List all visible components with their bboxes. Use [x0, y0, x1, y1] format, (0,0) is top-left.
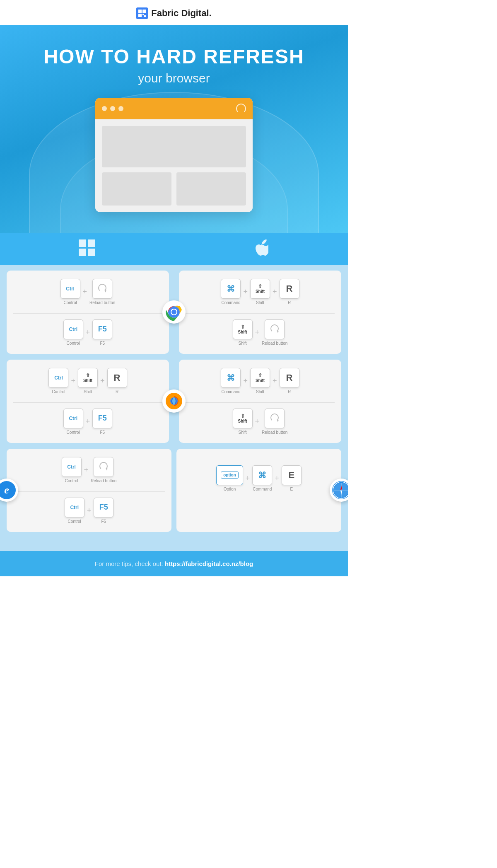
ie-combo1: Ctrl Control + Reload button: [13, 457, 165, 483]
shift-key-ff-btn: ⇧ Shift: [78, 368, 98, 388]
content-area: Ctrl Control + Reload button: [0, 265, 348, 551]
reload-key2: [265, 319, 285, 339]
ie-combo2: Ctrl Control + F5 F5: [13, 498, 165, 524]
ctrl-key-group2: Ctrl Control: [63, 319, 83, 346]
shift-key-ff-mac-btn: ⇧ Shift: [250, 368, 270, 388]
cmd-key-safari-btn: ⌘: [252, 465, 272, 485]
ie-safari-section: e Ctrl Control +: [7, 449, 341, 532]
reload-key-ie: Reload button: [91, 457, 116, 483]
safari-panel: option Option + ⌘ Command + E: [176, 449, 341, 532]
chrome-mac-combo2-keys: ⇧ Shift Shift + Reload button: [186, 319, 335, 346]
cmd-key-group: ⌘ Command: [221, 279, 241, 305]
ff-win-combo2: Ctrl Control + F5 F5: [13, 409, 162, 435]
divider: [13, 491, 165, 492]
chrome-win-combo2-keys: Ctrl Control + F5 F5: [13, 319, 162, 346]
shift-key-ff: ⇧ Shift Shift: [78, 368, 98, 394]
browser-dot-1: [102, 106, 107, 111]
safari-combo-wrapper: option Option + ⌘ Command + E: [183, 465, 335, 491]
ctrl-key-ff2-btn: Ctrl: [63, 409, 83, 428]
reload-key-ie-btn: [94, 457, 113, 477]
f5-key-ie: F5 F5: [94, 498, 113, 524]
svg-rect-1: [142, 10, 146, 13]
browser-content-box-2: [176, 172, 246, 206]
firefox-section: Ctrl Control + ⇧ Shift Shift +: [7, 360, 341, 443]
r-key-ff-mac-btn: R: [280, 368, 299, 388]
r-key-ff-btn: R: [107, 368, 127, 388]
shift-key-ff-mac2-btn: ⇧ Shift: [233, 409, 253, 428]
ie-logo: e: [0, 479, 18, 502]
divider: [186, 313, 335, 314]
reload-key-ff-mac-btn: [265, 409, 285, 428]
hero-section: HOW TO HARD REFRESH your browser: [0, 25, 348, 233]
browser-dot-2: [110, 106, 115, 111]
svg-rect-6: [88, 239, 95, 247]
r-key-ff-mac: R R: [280, 368, 299, 394]
browser-content-top: [102, 126, 246, 167]
ctrl-key-ff2: Ctrl Control: [63, 409, 83, 435]
ff-mac-combo2-keys: ⇧ Shift Shift + Reload button: [186, 409, 335, 435]
f5-key-ie-btn: F5: [94, 498, 113, 517]
svg-rect-8: [88, 249, 95, 256]
shift-key-ff-mac2: ⇧ Shift Shift: [233, 409, 253, 435]
ie-combo1-keys: Ctrl Control + Reload button: [13, 457, 165, 483]
chrome-mac-combo2: ⇧ Shift Shift + Reload button: [186, 319, 335, 346]
r-key-ff: R R: [107, 368, 127, 394]
svg-rect-4: [144, 15, 146, 17]
f5-key-ff-btn: F5: [92, 409, 112, 428]
e-key-safari: E E: [282, 465, 302, 491]
reload-key-group: Reload button: [89, 279, 115, 305]
browser-toolbar: [95, 98, 253, 119]
chrome-win-combo1: Ctrl Control + Reload button: [13, 279, 162, 305]
chrome-win-combo2: Ctrl Control + F5 F5: [13, 319, 162, 346]
svg-rect-0: [138, 10, 142, 13]
firefox-logo: [162, 389, 186, 413]
browser-dot-3: [118, 106, 123, 111]
ctrl-key-ie-btn: Ctrl: [62, 457, 82, 477]
shift-key: ⇧ Shift: [250, 279, 270, 299]
chrome-win-combo1-keys: Ctrl Control + Reload button: [13, 279, 162, 305]
ctrl-key: Ctrl: [60, 279, 80, 299]
divider: [186, 402, 335, 403]
shift-key-group2: ⇧ Shift Shift: [233, 319, 253, 346]
safari-logo: [330, 479, 348, 502]
reload-circle-ff-mac: [270, 413, 279, 422]
reload-key-group2: Reload button: [262, 319, 287, 346]
reload-circle-icon: [98, 284, 106, 292]
svg-point-16: [172, 397, 176, 405]
svg-rect-5: [79, 239, 86, 247]
chrome-section: Ctrl Control + Reload button: [7, 271, 341, 354]
footer-text: For more tips, check out:: [95, 560, 163, 567]
ctrl-key-ff: Ctrl Control: [48, 368, 68, 394]
ctrl-key-ie2: Ctrl Control: [65, 498, 84, 524]
r-key: R: [280, 279, 299, 299]
windows-icon: [79, 239, 95, 260]
ctrl-key-ie2-btn: Ctrl: [65, 498, 84, 517]
ie-combo2-keys: Ctrl Control + F5 F5: [13, 498, 165, 524]
ff-win-combo2-keys: Ctrl Control + F5 F5: [13, 409, 162, 435]
f5-key-group: F5 F5: [92, 319, 112, 346]
os-icons-row: [0, 233, 348, 265]
ctrl-key-ie: Ctrl Control: [62, 457, 82, 483]
ctrl-key2: Ctrl: [63, 319, 83, 339]
svg-rect-3: [142, 14, 144, 15]
header: Fabric Digital.: [0, 0, 348, 25]
chrome-mac-panel: ⌘ Command + ⇧ Shift Shift +: [179, 271, 341, 354]
e-key-safari-btn: E: [282, 465, 302, 485]
shift-key2: ⇧ Shift: [233, 319, 253, 339]
divider: [13, 313, 162, 314]
hero-title: HOW TO HARD REFRESH: [8, 46, 340, 68]
safari-combo-keys: option Option + ⌘ Command + E: [183, 465, 335, 491]
option-key-safari: option Option: [216, 465, 243, 491]
logo: Fabric Digital.: [136, 7, 211, 19]
browser-dots: [102, 106, 123, 111]
firefox-mac-panel: ⌘ Command + ⇧ Shift Shift +: [179, 360, 341, 443]
windows-col: [0, 239, 174, 261]
ff-win-combo1: Ctrl Control + ⇧ Shift Shift +: [13, 368, 162, 394]
hero-subtitle: your browser: [8, 71, 340, 85]
footer-link[interactable]: https://fabricdigital.co.nz/blog: [165, 560, 253, 567]
browser-content: [95, 119, 253, 212]
cmd-key-safari: ⌘ Command: [252, 465, 272, 491]
shift-key-ff-mac: ⇧ Shift Shift: [250, 368, 270, 394]
ff-win-combo1-keys: Ctrl Control + ⇧ Shift Shift +: [13, 368, 162, 394]
footer: For more tips, check out: https://fabric…: [0, 551, 348, 576]
